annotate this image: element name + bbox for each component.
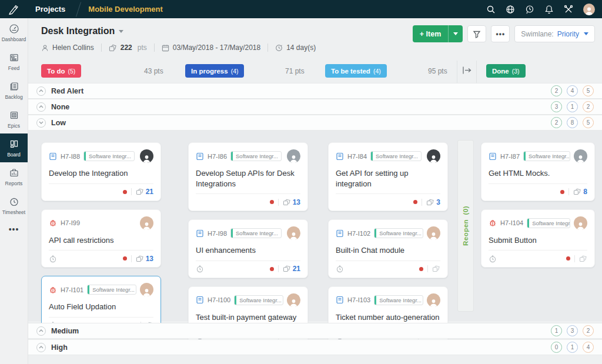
card-h7-i84[interactable]: H7-I84 Software Integr... Get API for se… [328, 142, 448, 211]
story-type-icon [196, 152, 204, 161]
card-tag[interactable]: Software Integr... [523, 151, 570, 161]
card-h7-i102[interactable]: H7-I102 Software Integr... Built-in Chat… [328, 219, 448, 278]
sidebar-item-timesheet[interactable]: Timesheet [0, 191, 28, 220]
search-icon[interactable] [486, 5, 496, 14]
assignee-avatar[interactable] [140, 216, 153, 230]
story-type-icon [196, 229, 204, 238]
card-tag[interactable]: Software Integr... [230, 228, 282, 238]
card-h7-i86[interactable]: H7-I86 Software Integr... Develop Setup … [188, 142, 308, 211]
person-icon [41, 44, 49, 52]
sprint-points: 222pts [109, 44, 147, 52]
expand-reopen-column-button[interactable] [462, 66, 472, 77]
sidebar-item-epics[interactable]: Epics [0, 105, 28, 133]
lane-count-badge: 2 [551, 117, 562, 128]
sidebar-item-backlog[interactable]: Backlog [0, 76, 28, 105]
assignee-avatar[interactable] [427, 149, 440, 163]
assignee-avatar[interactable] [574, 149, 587, 163]
add-item-button[interactable]: + Item [413, 25, 463, 42]
assignee-avatar[interactable] [140, 149, 153, 163]
sidebar-item-reports[interactable]: Reports [0, 162, 28, 191]
card-title: Built-in Chat module [336, 245, 440, 256]
story-type-icon [196, 296, 204, 304]
card-tag[interactable]: Software Integr... [527, 218, 570, 228]
board-main: Desk Integration Helen Collins 222pts 03… [28, 18, 602, 364]
estimation-points: 21 [136, 188, 153, 196]
column-todo-badge[interactable]: To do(5) [41, 64, 81, 78]
left-sidebar: Dashboard Feed Backlog Epics Board Repor… [0, 18, 28, 364]
globe-icon[interactable] [506, 5, 515, 14]
priority-dot [413, 200, 417, 204]
card-tag[interactable]: Software Integr... [370, 151, 422, 161]
timer-icon [336, 265, 344, 273]
swimlane-low[interactable]: Low 2 8 5 [28, 115, 602, 131]
lane-count-badge: 2 [551, 85, 562, 96]
add-item-dropdown[interactable] [448, 25, 463, 42]
user-avatar[interactable] [583, 4, 595, 15]
chevron-up-icon[interactable] [36, 86, 46, 96]
priority-dot [270, 267, 274, 271]
assignee-avatar[interactable] [287, 149, 300, 163]
chevron-down-icon[interactable] [36, 118, 46, 128]
column-tobetested-badge[interactable]: To be tested(4) [325, 64, 387, 78]
column-done-badge[interactable]: Done(3) [486, 64, 526, 78]
sprint-header: Desk Integration Helen Collins 222pts 03… [28, 18, 602, 59]
column-inprogress-points: 71 pts [285, 67, 305, 75]
sidebar-more-button[interactable]: ••• [0, 225, 28, 234]
swimlane-none[interactable]: None 3 1 2 [28, 99, 602, 115]
bell-icon[interactable] [544, 5, 554, 14]
chevron-up-icon[interactable] [36, 102, 46, 112]
swimlane-medium[interactable]: Medium 1 3 2 [28, 323, 602, 339]
card-tag[interactable]: Software Integr... [87, 285, 136, 295]
assignee-avatar[interactable] [427, 226, 440, 240]
card-title: Develop Setup APIs for Desk Integrations [196, 168, 300, 189]
filter-button[interactable] [467, 25, 486, 42]
priority-dot [123, 256, 127, 261]
sidebar-item-feed[interactable]: Feed [0, 47, 28, 76]
reopen-column-collapsed[interactable]: Reopen (0) [457, 140, 474, 312]
card-tag[interactable]: Software Integr... [230, 151, 282, 161]
swimlane-selector[interactable]: Swimlane: Priority [514, 25, 595, 42]
app-screen: Projects Mobile Development [0, 0, 602, 364]
card-h7-i87[interactable]: H7-I87 Software Integr... Get HTML Mocks… [481, 142, 595, 201]
card-tag[interactable]: Software Integr... [374, 228, 423, 238]
sidebar-item-board[interactable]: Board [0, 133, 28, 162]
assignee-avatar[interactable] [287, 226, 300, 240]
card-tag[interactable]: Software Integr... [234, 295, 283, 305]
sprints-logo-icon[interactable] [0, 3, 28, 16]
nav-current-project[interactable]: Mobile Development [88, 5, 162, 14]
card-h7-i104[interactable]: H7-I104 Software Integr... Submit Button [481, 209, 595, 268]
column-inprogress-badge[interactable]: In progress(4) [185, 64, 244, 78]
priority-dot [419, 267, 423, 271]
activity-timer-icon[interactable] [525, 5, 534, 14]
calendar-icon [162, 44, 169, 52]
sprint-owner[interactable]: Helen Collins [41, 44, 94, 52]
assignee-avatar[interactable] [427, 293, 440, 307]
nav-projects-link[interactable]: Projects [35, 5, 65, 14]
estimation-points: 8 [573, 188, 587, 196]
card-tag[interactable]: Software Integr... [374, 295, 423, 305]
more-options-button[interactable]: ••• [491, 25, 510, 42]
sidebar-item-dashboard[interactable]: Dashboard [0, 18, 28, 47]
lane-count-badge: 5 [583, 117, 594, 128]
swimlane-high[interactable]: High 0 1 4 [28, 339, 602, 355]
card-h7-i99[interactable]: H7-I99 API call restrictions 13 [41, 209, 161, 268]
chevron-up-icon[interactable] [36, 326, 46, 336]
chevron-down-icon [119, 30, 123, 33]
card-h7-i88[interactable]: H7-I88 Software Integr... Develop the In… [41, 142, 161, 201]
bug-type-icon [49, 286, 57, 294]
story-type-icon [336, 152, 344, 161]
assignee-avatar[interactable] [140, 283, 153, 296]
sprint-duration: 14 day(s) [275, 44, 316, 52]
sprint-title-dropdown[interactable]: Desk Integration [41, 26, 123, 36]
assignee-avatar[interactable] [574, 216, 587, 230]
setup-tools-icon[interactable] [564, 5, 573, 14]
swimlane-red-alert[interactable]: Red Alert 2 4 5 [28, 83, 602, 99]
timer-icon [196, 265, 204, 273]
chevron-up-icon[interactable] [36, 343, 46, 352]
assignee-avatar[interactable] [287, 293, 300, 307]
lane-count-badge: 1 [567, 101, 578, 112]
dice-icon [432, 265, 440, 272]
card-h7-i98[interactable]: H7-I98 Software Integr... UI enhancement… [188, 219, 308, 278]
estimation-points: 21 [283, 265, 300, 273]
card-tag[interactable]: Software Integr... [83, 151, 135, 161]
